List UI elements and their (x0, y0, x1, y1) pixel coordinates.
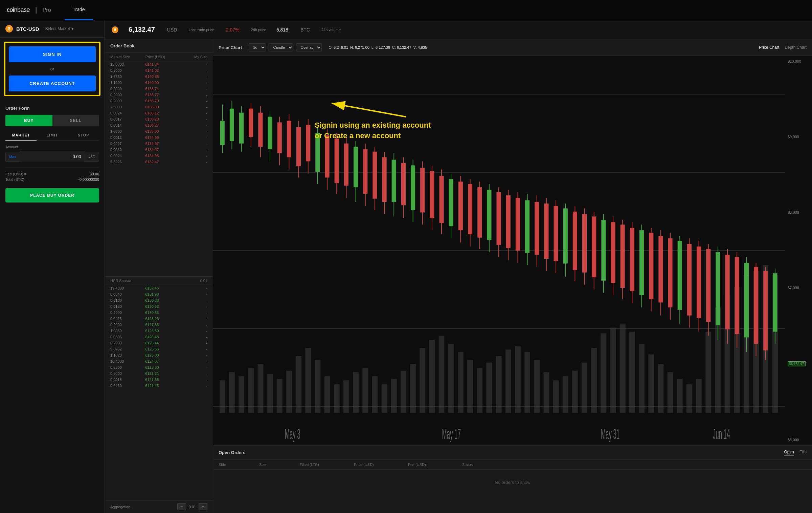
bid-row: 0.20006126.44- (105, 340, 213, 346)
ask-row: 1.58606140.35- (105, 73, 213, 80)
svg-rect-77 (277, 122, 282, 153)
svg-rect-51 (658, 364, 663, 413)
bid-row: 0.00186121.55- (105, 377, 213, 383)
ask-row: 0.00276134.97- (105, 141, 213, 147)
select-market-button[interactable]: Select Market ▾ (45, 26, 73, 31)
chart-area: Price Chart 1d1h6h CandleLine Overlay (213, 39, 812, 445)
svg-rect-34 (496, 356, 502, 413)
price-chart-tab[interactable]: Price Chart (759, 45, 779, 50)
total-row: Total (BTC) = ≈0.00000000 (5, 177, 99, 181)
spread-row: USD Spread 0.01 (105, 276, 213, 285)
price-8k: $8,000 (788, 210, 809, 214)
svg-rect-13 (296, 356, 301, 413)
svg-rect-111 (439, 176, 444, 223)
coinbase-logo-text: coinbase (7, 6, 30, 14)
svg-rect-17 (334, 384, 340, 413)
svg-rect-119 (477, 187, 482, 238)
amount-row: Max USD (5, 151, 99, 162)
ask-row: 13.00006141.34- (105, 61, 213, 67)
place-order-button[interactable]: PLACE BUY ORDER (5, 188, 99, 202)
svg-rect-39 (543, 372, 549, 413)
svg-rect-28 (439, 336, 445, 413)
svg-rect-54 (686, 384, 692, 413)
svg-rect-42 (572, 371, 578, 413)
svg-rect-177 (754, 267, 758, 344)
agg-minus-button[interactable]: − (177, 503, 186, 510)
svg-text:Jun 14: Jun 14 (713, 425, 730, 442)
overlay-select[interactable]: Overlay (296, 43, 322, 51)
svg-rect-49 (639, 344, 645, 413)
main-layout: ₿ BTC-USD Select Market ▾ SIGN IN or CRE… (0, 20, 812, 513)
market-tab[interactable]: MARKET (5, 130, 37, 141)
svg-rect-105 (411, 165, 415, 210)
depth-chart-tab[interactable]: Depth Chart (785, 45, 807, 50)
candle-select[interactable]: CandleLine (269, 43, 293, 51)
svg-rect-149 (621, 225, 625, 288)
svg-rect-46 (610, 328, 616, 413)
stop-tab[interactable]: STOP (68, 130, 99, 141)
limit-tab[interactable]: LIMIT (37, 130, 68, 141)
price-9k: $9,000 (788, 135, 809, 139)
price-label: Last trade price (188, 28, 214, 32)
nav-tab-trade[interactable]: Trade (65, 0, 93, 20)
svg-rect-165 (697, 247, 701, 318)
sell-tab[interactable]: SELL (52, 115, 99, 126)
svg-rect-145 (601, 220, 606, 281)
signin-button[interactable]: SIGN IN (9, 46, 96, 62)
bid-row: 0.20006130.55- (105, 309, 213, 316)
ask-rows: 13.00006141.34-0.50006141.02-1.58606140.… (105, 61, 213, 276)
svg-rect-9 (257, 364, 263, 413)
agg-plus-button[interactable]: + (199, 503, 207, 510)
last-price: 6,132.47 (129, 26, 155, 34)
amount-input[interactable] (20, 151, 84, 162)
svg-rect-29 (448, 344, 454, 413)
svg-rect-85 (315, 133, 320, 172)
max-button[interactable]: Max (5, 152, 20, 162)
svg-rect-139 (573, 212, 577, 270)
svg-rect-121 (487, 190, 491, 240)
svg-rect-171 (725, 255, 729, 329)
bid-row: 10.40006124.07- (105, 358, 213, 364)
svg-rect-115 (458, 181, 463, 230)
svg-rect-8 (248, 368, 254, 413)
price-change-label: 24h price (251, 28, 266, 32)
btc-icon: ₿ (5, 25, 13, 33)
svg-rect-179 (763, 271, 768, 350)
price-7k: $7,000 (788, 286, 809, 290)
create-account-button[interactable]: CREATE ACCOUNT (9, 76, 96, 91)
open-tab[interactable]: Open (784, 450, 794, 455)
svg-rect-75 (268, 117, 272, 149)
ask-row: 1.00006135.00- (105, 128, 213, 134)
logo-pro: Pro (43, 7, 51, 13)
price-10k: $10,000 (788, 59, 809, 63)
bid-row: 0.00406131.98- (105, 291, 213, 297)
svg-rect-18 (343, 380, 349, 413)
svg-text:May 31: May 31 (601, 425, 619, 442)
timeframe-select[interactable]: 1d1h6h (249, 43, 266, 51)
svg-rect-31 (467, 360, 473, 413)
svg-rect-11 (277, 379, 283, 413)
bid-row: 0.08966126.48- (105, 334, 213, 340)
svg-text:May 17: May 17 (442, 425, 460, 442)
header: coinbase | Pro Trade (0, 0, 812, 20)
svg-rect-161 (678, 241, 682, 310)
open-orders-header: Open Orders Open Fills (213, 446, 812, 460)
currency-label: USD (84, 152, 99, 162)
svg-rect-181 (773, 273, 777, 332)
bid-row: 0.25006123.60- (105, 364, 213, 370)
svg-rect-153 (639, 230, 644, 295)
svg-rect-23 (391, 379, 397, 413)
ask-row: 0.20006136.77- (105, 92, 213, 98)
svg-rect-87 (325, 135, 329, 178)
ask-row: 0.00246136.12- (105, 110, 213, 116)
svg-rect-141 (582, 214, 587, 273)
buy-tab[interactable]: BUY (5, 115, 52, 126)
svg-rect-107 (420, 168, 425, 213)
bid-row: 0.04606121.45- (105, 383, 213, 389)
svg-rect-125 (506, 195, 511, 248)
svg-rect-36 (515, 346, 521, 413)
svg-rect-147 (611, 222, 615, 283)
fills-tab[interactable]: Fills (799, 450, 807, 455)
svg-rect-163 (687, 244, 692, 316)
svg-rect-53 (677, 379, 683, 413)
